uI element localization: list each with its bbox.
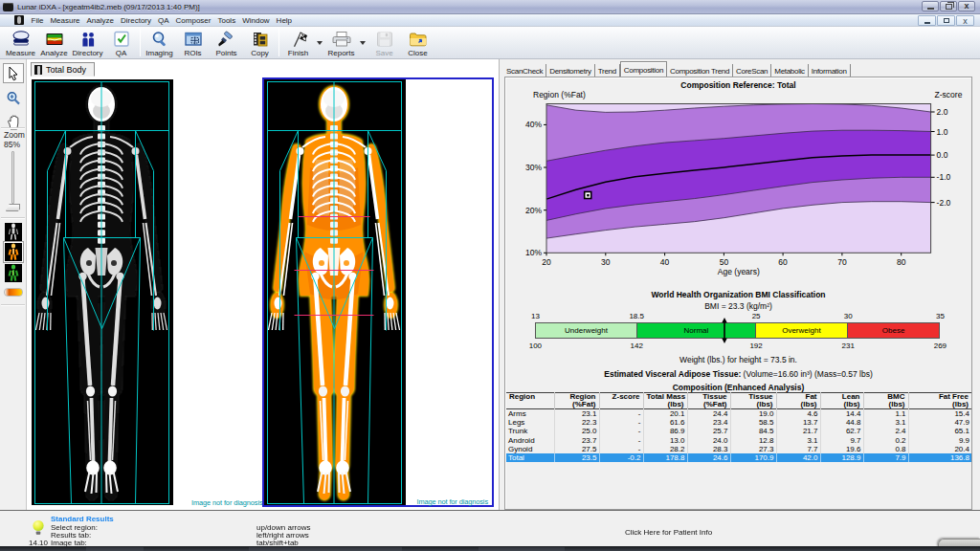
minimize-button[interactable] (922, 1, 939, 11)
taskbar-segment (479, 547, 565, 551)
table-cell: 4.6 (776, 409, 820, 419)
zoom-value: 85% (4, 140, 20, 149)
menu-item-measure[interactable]: Measure (47, 14, 83, 27)
table-cell: 23.1 (554, 409, 599, 419)
qa-button[interactable]: QA (104, 27, 138, 58)
table-cell: 22.3 (554, 418, 599, 427)
analyze-button[interactable]: Analyze (37, 27, 71, 58)
menu-item-qa[interactable]: QA (155, 14, 173, 27)
directory-icon (78, 31, 99, 48)
results-tab-densitometry[interactable]: Densitometry (546, 64, 595, 77)
zoom-tool-button[interactable] (3, 88, 24, 108)
results-tab-corescan[interactable]: CoreScan (733, 64, 771, 77)
menu-item-window[interactable]: Window (239, 14, 273, 27)
menu-item-tools[interactable]: Tools (214, 14, 239, 27)
bmi-scale-label: 35 (936, 312, 945, 320)
zoom-slider-track[interactable] (11, 151, 14, 204)
results-tab-information[interactable]: Information (809, 64, 851, 77)
table-column-header: Fat(lbs) (776, 393, 820, 409)
measure-icon (13, 31, 29, 44)
restore-button[interactable] (940, 1, 957, 11)
table-row[interactable]: Android23.7-13.024.012.83.19.70.29.9 (506, 436, 971, 445)
qa-icon (115, 32, 128, 46)
results-tab-scancheck[interactable]: ScanCheck (503, 64, 546, 77)
results-tab-composition[interactable]: Composition (620, 61, 667, 77)
tool-sidebar: Zoom 85% (0, 59, 27, 511)
copy-icon (254, 33, 267, 46)
svg-text:0.0: 0.0 (937, 150, 948, 160)
colormap-gradient-button[interactable] (4, 288, 23, 297)
vat-label: Estimated Visceral Adipose Tissue: (Volu… (505, 369, 971, 379)
table-row[interactable]: Trunk25.0-86.925.784.521.762.72.465.1 (506, 427, 971, 435)
mdi-close-button[interactable]: x (956, 15, 974, 26)
mdi-restore-button[interactable] (937, 15, 955, 26)
patient-info-link[interactable]: Click Here for Patient Info (625, 528, 712, 537)
disclaimer-label: Image not for diagnosis (416, 497, 488, 506)
xray-scan-image[interactable] (32, 79, 173, 505)
table-cell: 14.4 (820, 409, 863, 419)
finish-dropdown-arrow[interactable] (315, 27, 324, 58)
table-row[interactable]: Legs22.3-61.623.458.513.744.83.147.9 (506, 418, 971, 427)
save-icon (374, 31, 395, 48)
composition-scan-image[interactable] (264, 79, 406, 505)
svg-text:20: 20 (542, 257, 551, 267)
results-panel: ScanCheckDensitometryTrendCompositionCom… (501, 59, 980, 511)
close-button[interactable]: x (958, 1, 975, 11)
close-button[interactable]: Close (401, 27, 434, 58)
rois-button[interactable]: ROIs (176, 27, 210, 58)
bmi-segment-label: Overweight (782, 326, 820, 335)
menu-item-help[interactable]: Help (273, 14, 295, 27)
menu-item-analyze[interactable]: Analyze (83, 14, 117, 27)
xray-thumbnail-button[interactable] (5, 223, 22, 241)
results-tab-trend[interactable]: Trend (595, 64, 620, 77)
results-tab-composition-trend[interactable]: Composition Trend (667, 64, 733, 77)
copy-button[interactable]: Copy (243, 27, 277, 58)
table-row[interactable]: Gynoid27.5-28.228.327.37.719.60.820.4 (506, 445, 971, 453)
table-cell: - (599, 418, 643, 427)
reports-button[interactable]: Reports (324, 27, 358, 58)
table-row[interactable]: Arms23.1-20.124.419.04.614.41.115.4 (506, 409, 971, 419)
composition-scan-panel[interactable]: Image not for diagnosis (262, 77, 494, 507)
table-cell: Total (506, 453, 554, 462)
bmi-marker-arrow (720, 317, 729, 344)
scan-tab-total-body[interactable]: Total Body (31, 62, 95, 77)
finish-button[interactable]: Finish (281, 27, 315, 58)
save-button: Save (368, 27, 401, 58)
svg-text:1.0: 1.0 (937, 127, 948, 137)
zoom-slider-handle[interactable] (6, 204, 20, 211)
table-column-header: Region(%Fat) (554, 393, 599, 409)
table-cell: - (599, 436, 643, 445)
menu-item-directory[interactable]: Directory (117, 14, 154, 27)
composition-thumbnail-button[interactable] (5, 243, 22, 261)
table-column-header: BMC(lbs) (863, 393, 908, 409)
table-cell: 58.5 (730, 418, 776, 427)
tissue-thumbnail-button[interactable] (5, 264, 22, 282)
reports-dropdown-arrow[interactable] (358, 27, 368, 58)
pointer-tool-button[interactable] (3, 63, 24, 83)
bmi-scale-label: 25 (752, 312, 761, 320)
table-row-total[interactable]: Total23.5-0.2178.824.6170.942.0128.97.91… (506, 453, 971, 462)
results-tab-metabolic[interactable]: Metabolic (771, 64, 809, 77)
chart-ylabel-right: Z-score (935, 90, 963, 99)
points-button[interactable]: Points (210, 27, 243, 58)
svg-text:20%: 20% (525, 206, 542, 215)
table-cell: Android (506, 436, 554, 445)
minimize-icon (927, 8, 934, 10)
mdi-minimize-button[interactable] (918, 15, 936, 26)
directory-button[interactable]: Directory (71, 27, 104, 58)
table-cell: 19.6 (820, 445, 863, 453)
bmi-weight-label: 269 (934, 342, 947, 350)
points-icon (216, 31, 237, 48)
table-cell: 23.7 (554, 436, 599, 445)
menu-item-file[interactable]: File (28, 14, 47, 27)
table-cell: 44.8 (820, 418, 863, 427)
imaging-button[interactable]: Imaging (143, 27, 176, 58)
table-cell: 21.7 (776, 427, 820, 435)
measure-button[interactable]: Measure (4, 27, 37, 58)
menu-item-composer[interactable]: Composer (172, 14, 214, 27)
svg-text:80: 80 (897, 257, 906, 267)
table-cell: 7.9 (863, 453, 908, 462)
bmi-scale-label: 13 (531, 312, 540, 320)
application-window: Lunar iDXA - [xgeatm4ib2.meb (09/17/2013… (0, 0, 980, 551)
table-cell: 23.5 (554, 453, 599, 462)
